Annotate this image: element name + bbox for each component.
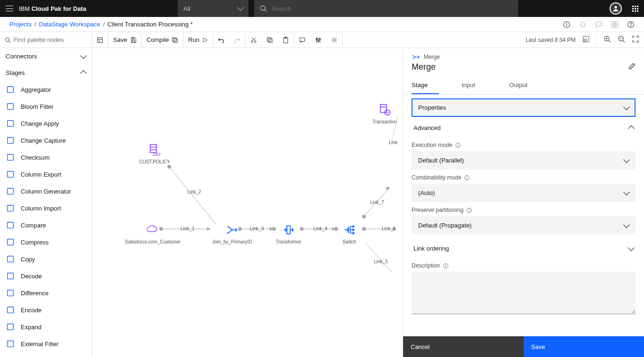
svg-point-12	[6, 38, 9, 41]
stage-icon	[6, 305, 15, 315]
last-saved-label: Last saved 8:34 PM	[526, 37, 576, 43]
palette-section-connectors[interactable]: Connectors	[0, 48, 91, 65]
link-label: Link_5	[374, 259, 388, 264]
node-join[interactable]: Join_by_PrimaryID	[212, 222, 252, 244]
svg-rect-47	[8, 87, 14, 93]
breadcrumb-workspace[interactable]: DataStage Workspace	[39, 21, 100, 28]
palette-item[interactable]: Column Export	[0, 166, 91, 183]
canvas-links	[92, 48, 403, 357]
history-icon[interactable]	[579, 21, 586, 28]
svg-rect-17	[132, 37, 134, 39]
palette-item[interactable]: Copy	[0, 251, 91, 268]
palette-item[interactable]: Column Generator	[0, 183, 91, 200]
minimap-icon[interactable]	[582, 35, 590, 44]
svg-point-100	[446, 264, 446, 265]
palette-item[interactable]: Decode	[0, 268, 91, 284]
link-label: Link_2	[187, 189, 201, 195]
stage-icon	[6, 187, 15, 196]
app-switcher-icon[interactable]	[632, 6, 638, 12]
tab-output[interactable]: Output	[509, 77, 539, 94]
link-label: Link_6	[382, 226, 396, 231]
svg-rect-9	[615, 25, 618, 27]
svg-line-1	[265, 10, 267, 12]
search-scope-dropdown[interactable]: All	[178, 0, 248, 17]
node-transformer[interactable]: Transformer	[276, 222, 301, 244]
section-properties[interactable]: Properties	[412, 98, 636, 117]
node-transaction[interactable]: N Transaction	[372, 102, 397, 124]
palette-item[interactable]: Difference	[0, 284, 91, 301]
cut-button[interactable]	[246, 32, 262, 48]
chevron-down-icon	[628, 244, 635, 251]
palette-item[interactable]: Change Capture	[0, 132, 91, 149]
save-button[interactable]: Save	[108, 32, 141, 48]
palette-item[interactable]: Change Apply	[0, 115, 91, 132]
select-comb-mode[interactable]: (Auto)	[412, 184, 636, 202]
settings-sliders-icon[interactable]	[310, 32, 326, 48]
palette-item[interactable]: Column Import	[0, 200, 91, 217]
tile-icon[interactable]	[611, 21, 619, 28]
palette-search-input[interactable]	[14, 36, 87, 43]
palette-item[interactable]: Bloom Filter	[0, 98, 91, 115]
search-input[interactable]	[272, 5, 512, 12]
info-icon[interactable]	[563, 21, 570, 28]
comment-icon[interactable]	[595, 21, 603, 28]
svg-line-24	[253, 37, 256, 41]
palette-item[interactable]: External Filter	[0, 335, 91, 352]
svg-rect-50	[8, 138, 14, 144]
undo-button[interactable]	[213, 32, 229, 48]
help-icon[interactable]	[627, 21, 635, 28]
node-switch[interactable]: Switch	[342, 222, 357, 244]
node-cust-policy[interactable]: DB2 CUST.POLICY	[139, 142, 170, 164]
redo-button[interactable]	[229, 32, 245, 48]
paste-button[interactable]	[278, 32, 294, 48]
svg-rect-6	[612, 22, 614, 24]
search-icon	[5, 37, 11, 43]
compile-button[interactable]: Compile	[142, 32, 183, 48]
select-preserve[interactable]: Default (Propagate)	[412, 216, 636, 235]
panel-tabs: Stage Input Output	[403, 77, 644, 95]
palette-search[interactable]	[0, 32, 92, 48]
node-salesforce[interactable]: Salesforce.com_Customer	[125, 222, 181, 244]
svg-point-37	[333, 39, 335, 41]
section-advanced[interactable]: Advanced	[412, 119, 636, 137]
palette-item[interactable]: Expand	[0, 318, 91, 335]
copy-button[interactable]	[262, 32, 278, 48]
run-button[interactable]: Run	[183, 32, 213, 48]
breadcrumb-projects[interactable]: Projects	[9, 21, 32, 28]
fit-icon[interactable]	[632, 35, 639, 44]
chevron-down-icon	[237, 4, 244, 11]
svg-rect-8	[612, 25, 614, 27]
palette-item[interactable]: Checksum	[0, 149, 91, 166]
section-link-ordering[interactable]: Link ordering	[412, 239, 636, 258]
svg-point-94	[467, 176, 467, 177]
global-search[interactable]	[254, 0, 518, 17]
canvas[interactable]: DB2 CUST.POLICY Salesforce.com_Customer …	[92, 48, 403, 357]
palette-section-stages[interactable]: Stages	[0, 65, 91, 81]
zoom-in-icon[interactable]	[603, 35, 611, 44]
save-button[interactable]: Save	[524, 336, 644, 357]
palette-item[interactable]: Compare	[0, 217, 91, 234]
annotation-button[interactable]	[294, 32, 310, 48]
link-label: Link_1	[181, 226, 194, 231]
svg-rect-14	[98, 37, 103, 42]
chevron-up-icon	[628, 125, 635, 131]
chevron-down-icon	[623, 103, 630, 110]
edit-icon[interactable]	[628, 62, 636, 72]
palette-item[interactable]: Encode	[0, 301, 91, 318]
palette-item[interactable]: Aggregator	[0, 81, 91, 98]
tab-input[interactable]: Input	[462, 77, 487, 94]
link-label: Link_3	[250, 226, 264, 231]
svg-line-63	[170, 167, 215, 224]
svg-rect-58	[8, 273, 14, 279]
select-exec-mode[interactable]: Default (Parallel)	[412, 151, 636, 170]
layout-button[interactable]	[92, 32, 108, 48]
tab-stage[interactable]: Stage	[412, 77, 439, 94]
gear-icon[interactable]	[326, 32, 342, 48]
cancel-button[interactable]: Cancel	[403, 336, 524, 357]
svg-rect-52	[8, 171, 14, 178]
user-avatar[interactable]	[610, 2, 622, 15]
palette-item[interactable]: Compress	[0, 234, 91, 251]
hamburger-menu-icon[interactable]	[6, 6, 13, 11]
description-textarea[interactable]	[412, 272, 636, 314]
zoom-out-icon[interactable]	[618, 35, 625, 44]
